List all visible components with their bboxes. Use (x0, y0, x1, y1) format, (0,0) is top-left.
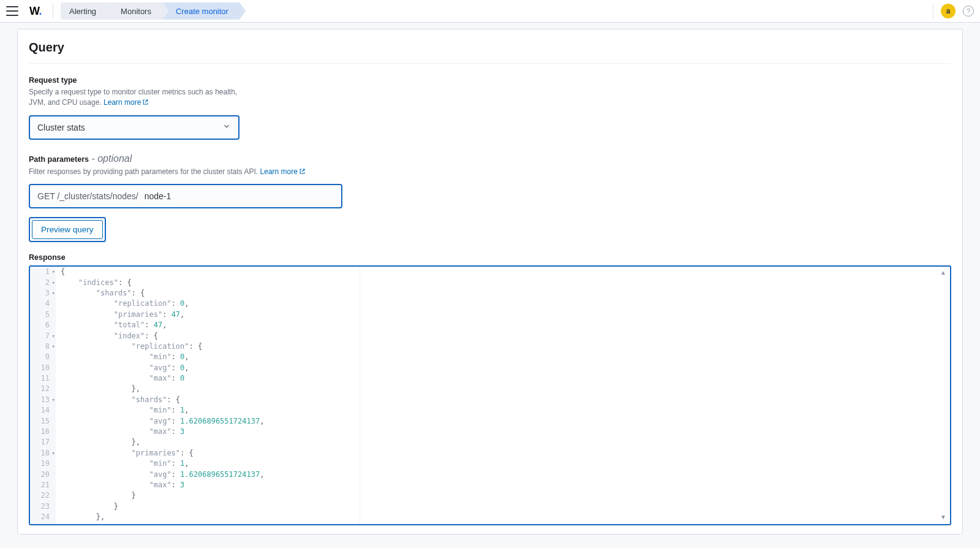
code-line: 17 }, (30, 437, 950, 447)
code-line: 4 "replication": 0, (30, 299, 950, 309)
external-link-icon (299, 167, 306, 178)
request-type-select[interactable]: Cluster stats (29, 115, 239, 140)
code-line: 12 }, (30, 384, 950, 394)
code-scroll[interactable]: 1▾{2▾ "indices": {3▾ "shards": {4 "repli… (30, 267, 950, 524)
logo-letter: W (29, 5, 39, 17)
code-line: 8▾ "replication": { (30, 341, 950, 352)
preview-query-button[interactable]: Preview query (32, 220, 103, 239)
learn-more-link-path[interactable]: Learn more (260, 167, 306, 176)
code-line: 23 } (30, 501, 950, 512)
code-line: 22 } (30, 490, 950, 501)
code-line: 20 "avg": 1.6206896551724137, (30, 470, 950, 480)
logo-dot: . (39, 5, 42, 17)
top-bar-left: W. Alerting Monitors Create monitor (6, 2, 239, 20)
crumb-alerting[interactable]: Alerting (61, 2, 107, 20)
crumb-monitors[interactable]: Monitors (107, 2, 162, 20)
crumb-create-monitor[interactable]: Create monitor (162, 2, 239, 20)
code-line: 21 "max": 3 (30, 480, 950, 490)
optional-text: - optional (89, 153, 132, 164)
code-line: 18▾ "primaries": { (30, 448, 950, 459)
code-line: 10 "avg": 0, (30, 363, 950, 373)
divider (53, 4, 53, 18)
request-type-value: Cluster stats (37, 123, 85, 132)
learn-more-text-path: Learn more (260, 167, 298, 176)
chevron-down-icon (222, 122, 231, 133)
code-line: 25▾ "completion": { (30, 523, 950, 525)
path-input[interactable] (145, 191, 334, 201)
path-label-row: Path parameters - optional (29, 153, 951, 164)
top-bar-right: a ? (933, 3, 974, 19)
divider (933, 3, 933, 19)
page-container: Query Request type Specify a request typ… (0, 23, 980, 541)
code-line: 5 "primaries": 47, (30, 310, 950, 320)
response-editor[interactable]: ▲ 1▾{2▾ "indices": {3▾ "shards": {4 "rep… (29, 265, 951, 525)
path-help: Filter responses by providing path param… (29, 167, 951, 178)
code-line: 6 "total": 47, (30, 320, 950, 330)
menu-icon[interactable] (6, 6, 18, 16)
path-prefix: GET /_cluster/stats/nodes/ (37, 191, 138, 201)
path-parameters-section: Path parameters - optional Filter respon… (29, 153, 951, 208)
query-card: Query Request type Specify a request typ… (17, 29, 963, 535)
top-bar: W. Alerting Monitors Create monitor a ? (0, 0, 980, 23)
code-line: 1▾{ (30, 267, 950, 277)
code-line: 9 "min": 0, (30, 352, 950, 362)
request-type-label: Request type (29, 76, 951, 85)
code-line: 11 "max": 0 (30, 373, 950, 384)
learn-more-link[interactable]: Learn more (104, 98, 149, 107)
breadcrumbs: Alerting Monitors Create monitor (61, 2, 239, 20)
response-label: Response (29, 253, 951, 262)
avatar[interactable]: a (941, 4, 956, 18)
logo[interactable]: W. (26, 5, 45, 18)
code-line: 19 "min": 1, (30, 459, 950, 469)
learn-more-text: Learn more (104, 98, 141, 107)
code-lines: 1▾{2▾ "indices": {3▾ "shards": {4 "repli… (30, 267, 950, 524)
code-line: 16 "max": 3 (30, 427, 950, 437)
code-line: 2▾ "indices": { (30, 278, 950, 288)
external-link-icon (142, 98, 149, 108)
code-line: 15 "avg": 1.6206896551724137, (30, 416, 950, 427)
preview-query-wrap: Preview query (29, 217, 106, 242)
code-line: 3▾ "shards": { (30, 288, 950, 299)
scroll-down-icon[interactable]: ▼ (940, 514, 946, 520)
path-help-text: Filter responses by providing path param… (29, 167, 258, 176)
code-line: 13▾ "shards": { (30, 395, 950, 405)
request-type-help: Specify a request type to monitor cluste… (29, 87, 249, 109)
help-icon[interactable]: ? (963, 6, 974, 17)
request-type-section: Request type Specify a request type to m… (29, 76, 951, 140)
card-title: Query (29, 40, 951, 64)
code-line: 14 "min": 1, (30, 405, 950, 416)
code-line: 24 }, (30, 512, 950, 522)
path-label: Path parameters (29, 155, 89, 164)
path-input-wrap[interactable]: GET /_cluster/stats/nodes/ (29, 184, 342, 208)
code-line: 7▾ "index": { (30, 331, 950, 341)
